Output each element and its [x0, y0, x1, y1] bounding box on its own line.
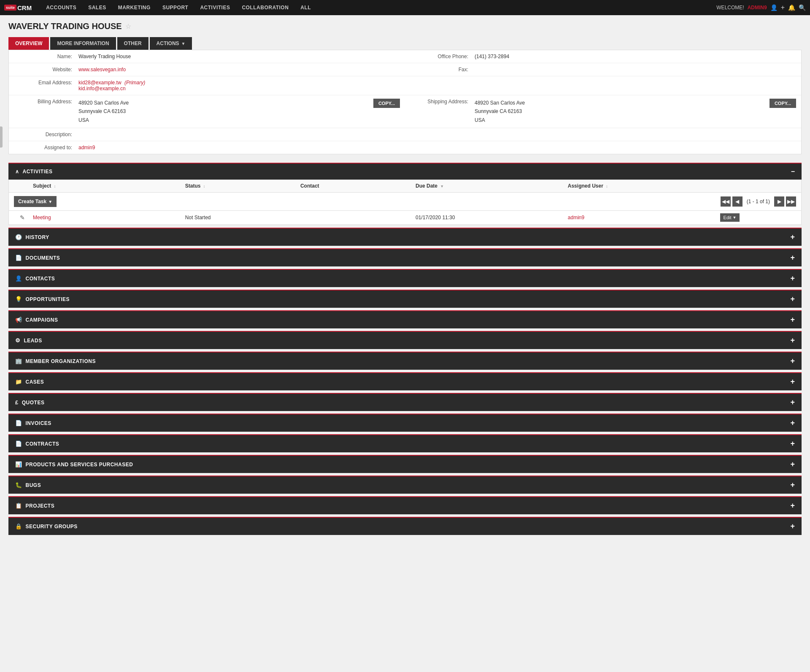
page-last-button[interactable]: ▶▶ — [786, 196, 796, 207]
section-icon-4: 📢 — [15, 317, 22, 323]
assigned-value[interactable]: admin9 — [76, 141, 801, 154]
section-header-6[interactable]: 🏢 MEMBER ORGANIZATIONS + — [8, 352, 802, 370]
section-plus-icon-0: + — [790, 233, 795, 242]
shipping-line2: Sunnyvale CA 62163 — [475, 107, 762, 116]
activities-header[interactable]: ∧ ACTIVITIES − — [8, 163, 802, 180]
user-icon[interactable]: 👤 — [770, 4, 778, 11]
status-sort-icon: ↕ — [203, 184, 205, 188]
detail-row-address: Billing Address: 48920 San Carlos Ave Su… — [9, 95, 801, 128]
fax-label: Fax: — [405, 63, 472, 76]
section-header-11[interactable]: 📊 PRODUCTS AND SERVICES PURCHASED + — [8, 455, 802, 473]
email-primary-link[interactable]: kid28@example.tw — [78, 80, 122, 86]
billing-copy-button[interactable]: COPY... — [373, 99, 400, 108]
email-secondary-link[interactable]: kid.info@example.cn — [78, 86, 126, 91]
activities-content: Subject ↕ Status ↕ Contact Due Date ▼ As… — [8, 180, 802, 225]
section-icon-14: 🔒 — [15, 523, 22, 530]
office-phone-value: (141) 373-2894 — [472, 50, 801, 63]
section-label-6: MEMBER ORGANIZATIONS — [26, 358, 96, 364]
website-value[interactable]: www.salesvegan.info — [76, 63, 405, 76]
nav-item-support[interactable]: SUPPORT — [157, 0, 194, 15]
contact-label: Contact — [300, 183, 319, 189]
tab-more-information[interactable]: MORE INFORMATION — [50, 37, 116, 50]
page-next-button[interactable]: ▶ — [774, 196, 784, 207]
section-label-7: CASES — [26, 379, 44, 385]
nav-item-marketing[interactable]: MARKETING — [112, 0, 157, 15]
section-header-left-4: 📢 CAMPAIGNS — [15, 317, 58, 323]
section-icon-3: 💡 — [15, 296, 22, 302]
nav-item-accounts[interactable]: ACCOUNTS — [40, 0, 82, 15]
section-header-7[interactable]: 📁 CASES + — [8, 372, 802, 390]
section-header-0[interactable]: 🕐 HISTORY + — [8, 228, 802, 246]
collapsible-sections: 🕐 HISTORY + 📄 DOCUMENTS + 👤 CONTACTS + 💡 — [8, 228, 802, 535]
section-header-13[interactable]: 📋 PROJECTS + — [8, 496, 802, 514]
admin-name[interactable]: ADMIN9 — [748, 5, 767, 11]
page-first-button[interactable]: ◀◀ — [721, 196, 731, 207]
section-contracts: 📄 CONTRACTS + — [8, 434, 802, 452]
nav-item-all[interactable]: ALL — [294, 0, 317, 15]
row-status: Not Started — [183, 215, 298, 220]
search-icon[interactable]: 🔍 — [799, 4, 806, 11]
section-icon-10: 📄 — [15, 441, 22, 447]
section-header-4[interactable]: 📢 CAMPAIGNS + — [8, 310, 802, 328]
section-header-14[interactable]: 🔒 SECURITY GROUPS + — [8, 517, 802, 535]
assigned-label: Assigned to: — [9, 141, 76, 154]
nav-item-collaboration[interactable]: COLLABORATION — [236, 0, 294, 15]
section-plus-icon-6: + — [790, 357, 795, 366]
page-prev-button[interactable]: ◀ — [732, 196, 742, 207]
row-subject[interactable]: Meeting — [31, 215, 183, 220]
section-header-5[interactable]: ⚙ LEADS + — [8, 331, 802, 349]
nav-item-sales[interactable]: SALES — [82, 0, 112, 15]
bell-icon[interactable]: 🔔 — [788, 4, 795, 11]
tab-overview[interactable]: OVERVIEW — [8, 37, 49, 50]
section-header-3[interactable]: 💡 OPPORTUNITIES + — [8, 290, 802, 308]
create-task-button[interactable]: Create Task ▼ — [14, 196, 57, 207]
shipping-line1: 48920 San Carlos Ave — [475, 99, 762, 107]
section-header-8[interactable]: £ QUOTES + — [8, 393, 802, 411]
section-security-groups: 🔒 SECURITY GROUPS + — [8, 517, 802, 535]
description-value — [76, 128, 801, 141]
welcome-text: WELCOME! — [716, 5, 744, 11]
billing-line2: Sunnyvale CA 62163 — [78, 107, 366, 116]
th-row-actions — [718, 180, 796, 192]
email-values: kid28@example.tw (Primary) kid.info@exam… — [76, 76, 441, 95]
section-icon-5: ⚙ — [15, 337, 21, 344]
section-plus-icon-11: + — [790, 460, 795, 469]
left-sidebar-handle[interactable] — [0, 126, 3, 148]
table-row: ✎ Meeting Not Started 01/17/2020 11:30 a… — [9, 211, 801, 225]
section-header-10[interactable]: 📄 CONTRACTS + — [8, 434, 802, 452]
section-header-left-10: 📄 CONTRACTS — [15, 441, 59, 447]
section-plus-icon-8: + — [790, 398, 795, 407]
section-documents: 📄 DOCUMENTS + — [8, 248, 802, 266]
th-assigned-user[interactable]: Assigned User ↕ — [566, 180, 718, 192]
detail-row-name: Name: Waverly Trading House Office Phone… — [9, 50, 801, 63]
section-header-left-12: 🐛 BUGS — [15, 482, 41, 488]
activities-section: ∧ ACTIVITIES − Subject ↕ Status ↕ Contac… — [8, 163, 802, 225]
section-plus-icon-7: + — [790, 377, 795, 386]
th-subject[interactable]: Subject ↕ — [31, 180, 183, 192]
section-header-2[interactable]: 👤 CONTACTS + — [8, 269, 802, 287]
section-header-left-9: 📄 INVOICES — [15, 420, 51, 426]
tab-other[interactable]: OTHER — [117, 37, 148, 50]
add-icon[interactable]: + — [781, 4, 785, 11]
status-label: Status — [185, 183, 201, 189]
logo[interactable]: suite CRM — [4, 4, 32, 11]
th-status[interactable]: Status ↕ — [183, 180, 298, 192]
due-date-label: Due Date — [416, 183, 437, 189]
th-due-date[interactable]: Due Date ▼ — [413, 180, 566, 192]
row-edit: Edit ▼ — [718, 213, 796, 222]
tab-actions[interactable]: ACTIONS ▼ — [150, 37, 192, 50]
favorite-star-icon[interactable]: ☆ — [125, 22, 131, 30]
section-header-9[interactable]: 📄 INVOICES + — [8, 414, 802, 432]
shipping-copy-button[interactable]: COPY... — [770, 99, 796, 108]
edit-button[interactable]: Edit ▼ — [720, 213, 740, 222]
nav-item-activities[interactable]: ACTIVITIES — [194, 0, 236, 15]
section-header-left-7: 📁 CASES — [15, 379, 44, 385]
section-header-1[interactable]: 📄 DOCUMENTS + — [8, 248, 802, 266]
row-assigned-user[interactable]: admin9 — [566, 215, 718, 220]
section-cases: 📁 CASES + — [8, 372, 802, 390]
actions-label: ACTIONS — [157, 40, 179, 46]
section-icon-12: 🐛 — [15, 482, 22, 488]
actions-dropdown-icon: ▼ — [181, 41, 186, 46]
section-label-0: HISTORY — [26, 234, 49, 240]
section-header-12[interactable]: 🐛 BUGS + — [8, 476, 802, 494]
